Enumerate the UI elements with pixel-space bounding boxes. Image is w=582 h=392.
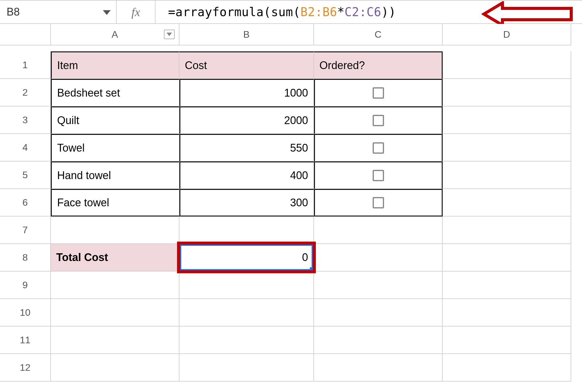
cell-d6[interactable] <box>443 189 571 216</box>
row-header-label: 4 <box>22 142 28 153</box>
cell-b5[interactable]: 400 <box>179 161 314 189</box>
cell-d2[interactable] <box>443 79 571 106</box>
cell-text: Quilt <box>57 114 79 127</box>
svg-marker-0 <box>103 10 111 15</box>
cell-d5[interactable] <box>443 161 571 189</box>
cell-b12[interactable] <box>179 354 314 382</box>
cell-text: 2000 <box>284 114 308 127</box>
row-header-1[interactable]: 1 <box>0 51 51 79</box>
cell-text: Cost <box>185 59 207 72</box>
col-header-a[interactable]: A <box>51 24 179 45</box>
checkbox-icon[interactable] <box>373 87 384 99</box>
row-header-label: 11 <box>20 335 31 346</box>
select-all-corner[interactable] <box>0 24 51 45</box>
cell-c12[interactable] <box>314 354 443 382</box>
cell-a4[interactable]: Towel <box>51 134 179 161</box>
cell-b11[interactable] <box>179 327 314 354</box>
row-header-12[interactable]: 12 <box>0 354 51 382</box>
cell-d8[interactable] <box>443 244 571 271</box>
cell-d4[interactable] <box>443 134 571 161</box>
cell-a6[interactable]: Face towel <box>51 189 179 216</box>
row-header-9[interactable]: 9 <box>0 271 51 299</box>
cell-text: Item <box>57 59 78 72</box>
cell-d7[interactable] <box>443 216 571 244</box>
row-header-11[interactable]: 11 <box>0 327 51 354</box>
cell-c8[interactable] <box>314 244 443 271</box>
cell-c1[interactable]: Ordered? <box>314 51 443 79</box>
col-header-b[interactable]: B <box>179 24 314 45</box>
cell-c3[interactable] <box>314 106 443 134</box>
cell-b6[interactable]: 300 <box>179 189 314 216</box>
row-header-6[interactable]: 6 <box>0 189 51 216</box>
cell-a1[interactable]: Item <box>51 51 179 79</box>
cell-c10[interactable] <box>314 299 443 327</box>
cell-d3[interactable] <box>443 106 571 134</box>
cell-c11[interactable] <box>314 327 443 354</box>
cell-text: Ordered? <box>319 59 365 72</box>
cell-a8[interactable]: Total Cost <box>51 244 179 271</box>
cell-b8-selected[interactable]: 0 <box>179 244 314 271</box>
formula-fn1: arrayformula <box>176 5 264 19</box>
cell-c5[interactable] <box>314 161 443 189</box>
row-header-7[interactable]: 7 <box>0 216 51 244</box>
cell-b3[interactable]: 2000 <box>179 106 314 134</box>
formula-close1: ) <box>389 5 396 19</box>
checkbox-icon[interactable] <box>373 170 384 181</box>
cell-d12[interactable] <box>443 354 571 382</box>
row-header-5[interactable]: 5 <box>0 161 51 189</box>
cell-c7[interactable] <box>314 216 443 244</box>
cell-a5[interactable]: Hand towel <box>51 161 179 189</box>
cell-a10[interactable] <box>51 299 179 327</box>
svg-marker-2 <box>167 33 172 36</box>
row-header-label: 8 <box>22 252 28 263</box>
col-header-c[interactable]: C <box>314 24 443 45</box>
cell-d10[interactable] <box>443 299 571 327</box>
cell-b10[interactable] <box>179 299 314 327</box>
row-header-label: 10 <box>20 307 31 318</box>
cell-text: 300 <box>290 196 308 209</box>
cell-a2[interactable]: Bedsheet set <box>51 79 179 106</box>
col-header-label: A <box>112 29 118 40</box>
row-header-10[interactable]: 10 <box>0 299 51 327</box>
cell-b2[interactable]: 1000 <box>179 79 314 106</box>
row-header-8[interactable]: 8 <box>0 244 51 271</box>
checkbox-icon[interactable] <box>373 115 384 126</box>
cell-b1[interactable]: Cost <box>179 51 314 79</box>
cell-a7[interactable] <box>51 216 179 244</box>
col-header-label: B <box>243 29 249 40</box>
cell-a3[interactable]: Quilt <box>51 106 179 134</box>
cell-c2[interactable] <box>314 79 443 106</box>
checkbox-icon[interactable] <box>373 142 384 154</box>
formula-input[interactable]: = arrayformula ( sum ( B2:B6 * C2:C6 ) ) <box>156 1 582 23</box>
cell-d1[interactable] <box>443 51 571 79</box>
cell-text: Towel <box>57 142 85 154</box>
row-header-label: 6 <box>22 197 28 208</box>
cell-a9[interactable] <box>51 271 179 299</box>
fx-text: fx <box>132 5 140 19</box>
cell-d11[interactable] <box>443 327 571 354</box>
name-box[interactable]: B8 <box>0 1 117 23</box>
cell-a12[interactable] <box>51 354 179 382</box>
row-header-4[interactable]: 4 <box>0 134 51 161</box>
row-header-label: 12 <box>20 362 31 373</box>
row-header-label: 7 <box>22 225 28 236</box>
cell-text: Total Cost <box>56 251 108 264</box>
col-header-d[interactable]: D <box>443 24 571 45</box>
cell-b4[interactable]: 550 <box>179 134 314 161</box>
cell-text: 550 <box>290 142 308 154</box>
column-dropdown-icon[interactable] <box>164 30 175 39</box>
row-header-2[interactable]: 2 <box>0 79 51 106</box>
cell-a11[interactable] <box>51 327 179 354</box>
cell-d9[interactable] <box>443 271 571 299</box>
row-header-3[interactable]: 3 <box>0 106 51 134</box>
cell-b7[interactable] <box>179 216 314 244</box>
checkbox-icon[interactable] <box>373 197 384 208</box>
cell-c4[interactable] <box>314 134 443 161</box>
formula-eq: = <box>168 5 176 19</box>
cell-c6[interactable] <box>314 189 443 216</box>
name-box-dropdown-icon[interactable] <box>103 6 111 18</box>
fx-label: fx <box>117 1 156 23</box>
cell-c9[interactable] <box>314 271 443 299</box>
cell-b9[interactable] <box>179 271 314 299</box>
formula-fn2: sum <box>271 5 293 19</box>
